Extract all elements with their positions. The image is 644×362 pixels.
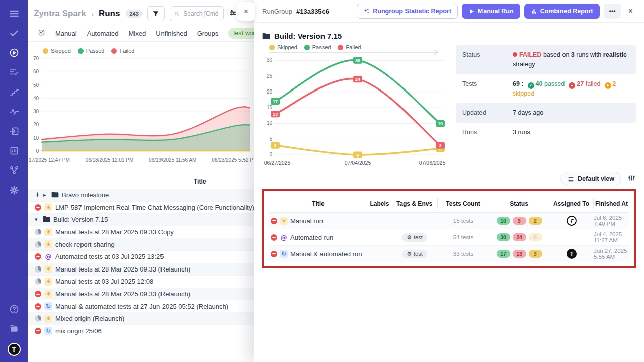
settings-gear-icon[interactable] (9, 185, 20, 196)
run-title[interactable]: mix origin 25/06 (55, 327, 102, 335)
list-check-icon[interactable] (9, 67, 20, 78)
column-finished-at[interactable]: Finished At (594, 198, 629, 209)
help-icon[interactable] (9, 304, 20, 315)
mixed-run-icon: ↻ (280, 250, 288, 258)
list-item[interactable]: ▾ Build: Version 7.15 (28, 214, 254, 226)
table-settings-icon[interactable] (627, 174, 636, 184)
table-view-icon (568, 176, 574, 182)
list-item[interactable]: ✳ Manual tests at 03 Jul 2025 12:08 (28, 276, 254, 288)
breadcrumb-app[interactable]: Zyntra Spark (34, 9, 86, 19)
run-title[interactable]: LMP-587 Implement Real-Time Chat Messagi… (55, 204, 254, 211)
run-title[interactable]: Build: Version 7.15 (53, 216, 108, 223)
branches-icon[interactable] (9, 165, 20, 176)
analytics-icon[interactable] (9, 145, 20, 156)
run-title[interactable]: Manual run (290, 217, 323, 225)
import-icon[interactable] (9, 126, 20, 137)
list-item[interactable]: ✳ Manual tests at 28 Mar 2025 09:33 (Rel… (28, 288, 254, 301)
filter-button[interactable] (147, 6, 165, 21)
list-item[interactable]: ▸ Bravo milestone (28, 189, 254, 202)
in-progress-status-icon (35, 229, 41, 235)
caret-right-icon[interactable]: ▸ (43, 192, 48, 198)
svg-text:17: 17 (273, 99, 278, 104)
in-progress-status-icon (35, 278, 41, 285)
list-item[interactable]: ✳ Manual tests at 28 Mar 2025 09:33 (Rel… (28, 263, 254, 276)
assignee-avatar[interactable]: T (567, 249, 577, 259)
run-title[interactable]: Manual tests at 28 Mar 2025 09:33 Copy (55, 228, 174, 236)
failed-minus-icon: – (569, 82, 575, 89)
list-item[interactable]: ✳ Manual tests at 28 Mar 2025 09:33 Copy (28, 226, 254, 239)
tab-unfinished[interactable]: Unfinished (156, 30, 187, 37)
run-title[interactable]: Automated run (290, 234, 333, 241)
failed-status-icon (271, 234, 277, 241)
column-labels[interactable]: Labels (368, 198, 391, 209)
run-title[interactable]: Manual tests at 03 Jul 2025 12:08 (55, 278, 153, 285)
combined-report-button[interactable]: Combined Report (524, 4, 600, 19)
run-title[interactable]: Manual tests at 28 Mar 2025 09:33 (Relau… (55, 290, 190, 298)
folder-icon (51, 191, 59, 199)
failed-status-icon (271, 218, 277, 224)
projects-folder-icon[interactable] (9, 323, 20, 334)
user-avatar[interactable]: T (8, 343, 21, 356)
search-input[interactable] (182, 10, 219, 18)
annotation-red-box: Title Labels Tags & Envs Tests Count Sta… (262, 189, 636, 268)
caret-down-icon[interactable]: ▾ (35, 216, 40, 223)
table-row[interactable]: ↻ Manual & automated run ⚙test 33 tests … (269, 246, 629, 262)
column-status[interactable]: Status (489, 198, 549, 209)
rungroup-section-title: Build: Version 7.15 (262, 32, 636, 40)
failed-badge: 3 (513, 217, 526, 225)
list-item[interactable]: ↻ mix origin 25/06 (28, 325, 254, 338)
run-title[interactable]: Manual tests at 28 Mar 2025 09:33 (Relau… (55, 265, 190, 273)
folder-icon (43, 216, 50, 224)
tab-mixed[interactable]: Mixed (129, 30, 146, 37)
table-row[interactable]: @ Automated run ⚙test 54 tests (269, 229, 629, 246)
list-item[interactable]: ✳ Mixed origin (Relaunch) (28, 313, 254, 325)
tab-groups[interactable]: Groups (197, 30, 219, 37)
run-title[interactable]: Automated tests at 03 Jul 2025 13:25 (55, 253, 164, 260)
steps-icon[interactable] (9, 86, 20, 98)
display-settings-icon[interactable] (229, 9, 237, 19)
tag-pill[interactable]: ⚙test (402, 250, 427, 258)
run-title[interactable]: Mixed origin (Relaunch) (55, 315, 124, 322)
more-options-button[interactable]: ••• (604, 4, 621, 19)
tab-automated[interactable]: Automated (87, 30, 119, 37)
column-title[interactable]: Title (269, 198, 368, 209)
manual-run-icon: ✳ (44, 203, 52, 211)
pin-icon (35, 191, 40, 199)
drawer-close-button[interactable]: × (625, 5, 636, 18)
manual-run-icon: ✳ (44, 315, 52, 323)
status-cell: 30 24 0 (489, 233, 549, 241)
list-item[interactable]: ✳ check report sharing (28, 238, 254, 251)
column-tags-envs[interactable]: Tags & Envs (391, 198, 438, 209)
menu-icon[interactable] (9, 8, 20, 19)
runs-icon[interactable] (9, 47, 20, 58)
tag-pill[interactable]: ⚙test (402, 233, 427, 242)
default-view-button[interactable]: Default view (560, 172, 621, 186)
list-item[interactable]: @ Automated tests at 03 Jul 2025 13:25 (28, 251, 254, 263)
column-tests-count[interactable]: Tests Count (438, 198, 489, 209)
select-runs-icon[interactable] (38, 29, 45, 38)
rungroup-statistic-report-button[interactable]: Rungroup Statistic Report (357, 4, 458, 19)
assignee-cell: T (549, 249, 594, 259)
runs-fact-row: Runs 3 runs (456, 123, 636, 142)
table-row[interactable]: ✳ Manual run 15 tests (269, 213, 629, 229)
pulse-icon[interactable] (9, 106, 20, 117)
list-item[interactable]: ↻ Manual & automated tests at 27 Jun 202… (28, 300, 254, 313)
run-title[interactable]: Manual & automated run (290, 250, 362, 258)
assignee-avatar[interactable]: T (566, 215, 578, 227)
in-progress-status-icon (35, 266, 41, 273)
checks-icon[interactable] (9, 28, 20, 39)
run-title[interactable]: check report sharing (55, 241, 115, 248)
list-item[interactable]: ✳ LMP-587 Implement Real-Time Chat Messa… (28, 202, 254, 214)
run-title[interactable]: Bravo milestone (62, 191, 109, 199)
tab-manual[interactable]: Manual (55, 30, 77, 37)
manual-run-button[interactable]: Manual Run (462, 4, 520, 19)
failed-status-icon (35, 303, 41, 310)
run-title[interactable]: Manual & automated tests at 27 Jun 2025 … (55, 303, 228, 310)
svg-text:30: 30 (33, 109, 39, 114)
automated-run-icon: @ (280, 233, 288, 241)
mixed-run-icon: ↻ (44, 327, 52, 335)
search-input-wrap[interactable] (170, 6, 224, 21)
column-assigned-to[interactable]: Assigned To (549, 198, 594, 209)
svg-text:20: 20 (267, 89, 273, 95)
drawer-edge-close-button[interactable]: × (236, 2, 255, 21)
